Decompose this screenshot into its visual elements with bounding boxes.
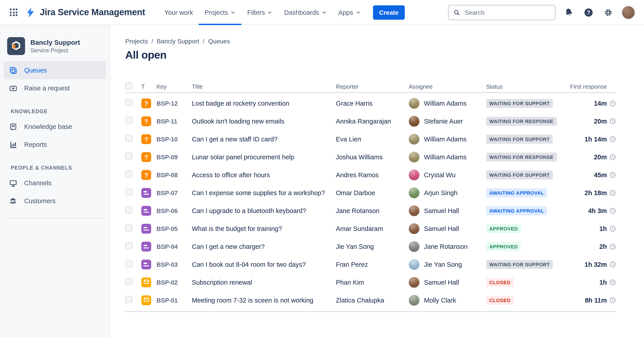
breadcrumb: Projects / Bancly Support / Queues <box>125 38 624 45</box>
column-header-type: T <box>141 83 156 90</box>
row-checkbox[interactable] <box>125 206 132 213</box>
breadcrumb-project-name[interactable]: Bancly Support <box>157 38 199 45</box>
sidebar-item-customers[interactable]: Customers <box>4 192 106 210</box>
table-row[interactable]: ? BSP-11 Outlook isn't loading new email… <box>125 112 616 130</box>
topbar-right-cluster: ? <box>448 5 635 20</box>
issue-title-link[interactable]: Outlook isn't loading new emails <box>192 118 336 125</box>
table-row[interactable]: ? BSP-08 Access to office after hours An… <box>125 166 616 184</box>
issue-title-link[interactable]: Lunar solar panel procurement help <box>192 154 336 161</box>
table-row[interactable]: ? BSP-04 Can I get a new charger? Jie Ya… <box>125 238 616 255</box>
first-response-time: 20m <box>594 118 607 125</box>
nav-dashboards[interactable]: Dashboards <box>278 0 332 25</box>
table-row[interactable]: ? BSP-10 Can I get a new staff ID card? … <box>125 130 616 148</box>
issue-title-link[interactable]: Meeting room 7-32 is sceen is not workin… <box>192 297 336 304</box>
status-badge: WAITING FOR RESPONSE <box>486 117 556 126</box>
sidebar-item-raise-a-request[interactable]: Raise a request <box>4 79 106 97</box>
issue-title-link[interactable]: What is the budget for training? <box>192 225 336 232</box>
assignee-name: Arjun Singh <box>424 189 458 196</box>
assignee-avatar <box>409 134 420 145</box>
row-checkbox[interactable] <box>125 99 132 106</box>
first-response-time: 2h <box>599 243 607 250</box>
sidebar-item-knowledge-base[interactable]: Knowledge base <box>4 118 106 136</box>
page-title: All open <box>125 49 624 61</box>
issue-title-link[interactable]: Can I get a new charger? <box>192 243 336 250</box>
nav-your-work[interactable]: Your work <box>158 0 199 25</box>
first-response-time: 4h 3m <box>588 207 607 214</box>
table-row[interactable]: ? BSP-07 Can I expense some supplies for… <box>125 184 616 202</box>
request-type-icon: ? <box>141 206 151 216</box>
status-badge: CLOSED <box>486 296 514 305</box>
table-row[interactable]: ? BSP-06 Can I upgrade to a bluetooth ke… <box>125 202 616 220</box>
issue-title-link[interactable]: Lost badge at rocketry convention <box>192 100 336 107</box>
issue-key: BSP-06 <box>156 207 192 214</box>
issue-title-link[interactable]: Access to office after hours <box>192 171 336 179</box>
row-checkbox[interactable] <box>125 224 132 231</box>
issue-key: BSP-02 <box>156 279 192 286</box>
row-checkbox[interactable] <box>125 278 132 285</box>
row-checkbox[interactable] <box>125 117 132 124</box>
issue-title-link[interactable]: Can I expense some supplies for a worksh… <box>192 189 336 196</box>
reporter-name: Grace Harris <box>336 100 409 107</box>
assignee-name: William Adams <box>424 100 466 107</box>
first-response-time: 14m <box>594 100 607 107</box>
queues-icon <box>8 66 18 75</box>
row-checkbox[interactable] <box>125 242 132 249</box>
assignee-avatar <box>409 152 420 162</box>
reporter-name: Fran Perez <box>336 261 409 268</box>
project-avatar <box>7 37 25 55</box>
issue-title-link[interactable]: Can I upgrade to a bluetooth keyboard? <box>192 207 336 214</box>
chevron-down-icon <box>321 10 327 15</box>
sidebar-item-channels[interactable]: Channels <box>4 174 106 192</box>
table-row[interactable]: ? BSP-09 Lunar solar panel procurement h… <box>125 148 616 166</box>
clock-icon <box>609 225 616 232</box>
assignee-avatar <box>409 259 420 270</box>
row-checkbox[interactable] <box>125 153 132 160</box>
main-content: Projects / Bancly Support / Queues All o… <box>110 25 644 337</box>
settings-gear-icon[interactable] <box>602 6 614 19</box>
sidebar-item-queues[interactable]: Queues <box>4 61 106 79</box>
nav-apps[interactable]: Apps <box>332 0 366 25</box>
issue-title-link[interactable]: Can I book out 8-04 room for two days? <box>192 261 336 268</box>
assignee-avatar <box>409 188 420 198</box>
first-response-time: 1h 32m <box>584 261 607 268</box>
row-checkbox[interactable] <box>125 296 132 303</box>
clock-icon <box>609 207 616 214</box>
app-window: Jira Service Management Your work Projec… <box>0 0 644 337</box>
status-badge: AWAITING APPROVAL <box>486 188 547 197</box>
table-row[interactable]: ? BSP-12 Lost badge at rocketry conventi… <box>125 94 616 112</box>
row-checkbox[interactable] <box>125 260 132 267</box>
user-avatar[interactable] <box>622 6 635 19</box>
column-header-first-response: First response <box>549 83 616 90</box>
search-input[interactable] <box>464 8 550 16</box>
sidebar-item-reports[interactable]: Reports <box>4 136 106 154</box>
clock-icon <box>609 154 616 161</box>
table-row[interactable]: ? BSP-02 Subscription renewal Phan Kim S… <box>125 273 616 291</box>
table-row[interactable]: ? BSP-05 What is the budget for training… <box>125 220 616 238</box>
reporter-name: Eva Lien <box>336 136 409 143</box>
breadcrumb-projects[interactable]: Projects <box>125 38 148 45</box>
svg-text:?: ? <box>587 9 590 15</box>
row-checkbox[interactable] <box>125 188 132 196</box>
row-checkbox[interactable] <box>125 135 132 142</box>
app-switcher-icon[interactable] <box>7 6 20 19</box>
table-row[interactable]: ? BSP-03 Can I book out 8-04 room for tw… <box>125 255 616 273</box>
brand-home-link[interactable]: Jira Service Management <box>24 7 145 18</box>
first-response-time: 1h <box>599 279 607 286</box>
status-badge: APPROVED <box>486 242 521 251</box>
issue-title-link[interactable]: Can I get a new staff ID card? <box>192 136 336 143</box>
global-search[interactable] <box>448 5 556 20</box>
reporter-name: Zlatica Chalupka <box>336 297 409 304</box>
nav-filters[interactable]: Filters <box>242 0 278 25</box>
select-all-checkbox[interactable] <box>125 82 132 90</box>
nav-projects[interactable]: Projects <box>199 0 242 25</box>
table-row[interactable]: ? BSP-01 Meeting room 7-32 is sceen is n… <box>125 291 616 309</box>
issue-title-link[interactable]: Subscription renewal <box>192 279 336 286</box>
request-type-icon: ? <box>141 260 151 269</box>
notifications-bell-icon[interactable] <box>562 6 575 19</box>
row-checkbox[interactable] <box>125 171 132 178</box>
create-button[interactable]: Create <box>373 5 405 20</box>
request-type-icon: ? <box>141 242 151 251</box>
assignee-avatar <box>409 170 420 180</box>
breadcrumb-queues[interactable]: Queues <box>208 38 230 45</box>
help-icon[interactable]: ? <box>582 6 595 19</box>
